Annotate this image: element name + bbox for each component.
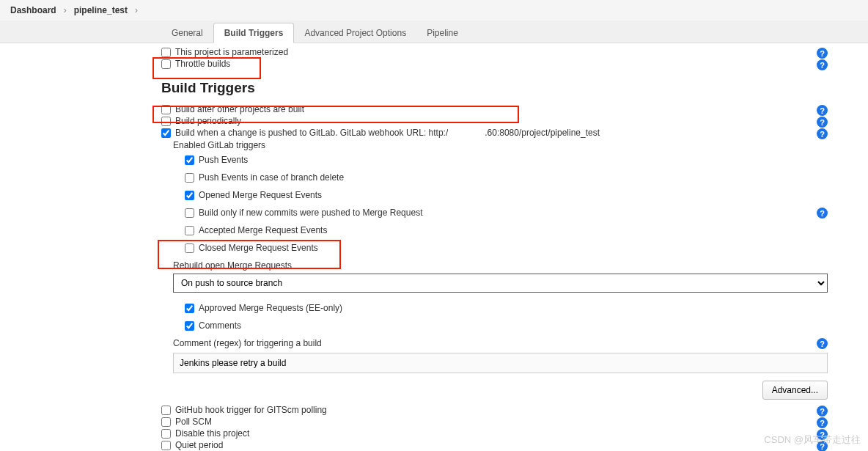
tab-pipeline[interactable]: Pipeline [416, 23, 468, 43]
breadcrumb-project[interactable]: pipeline_test [74, 5, 128, 15]
tab-build-triggers[interactable]: Build Triggers [213, 23, 295, 43]
build-after-other-checkbox[interactable] [161, 105, 171, 114]
breadcrumb: Dashboard › pipeline_test › [0, 0, 868, 21]
accepted-mr-label: Accepted Merge Request Events [199, 225, 327, 235]
comment-regex-input[interactable] [173, 353, 828, 373]
breadcrumb-dashboard[interactable]: Dashboard [10, 5, 56, 15]
quiet-period-checkbox[interactable] [161, 441, 171, 450]
help-icon[interactable]: ? [817, 48, 828, 59]
push-branch-delete-label: Push Events in case of branch delete [199, 172, 344, 183]
poll-scm-label: Poll SCM [175, 417, 212, 427]
github-hook-label: GitHub hook trigger for GITScm polling [175, 405, 327, 415]
section-build-triggers: Build Triggers [161, 80, 828, 96]
build-periodically-label: Build periodically [175, 116, 241, 126]
help-icon[interactable]: ? [817, 417, 828, 428]
closed-mr-checkbox[interactable] [185, 243, 194, 253]
watermark: CSDN @风车带走过往 [764, 433, 861, 447]
build-periodically-checkbox[interactable] [161, 117, 171, 126]
push-branch-delete-checkbox[interactable] [185, 173, 194, 183]
rebuild-open-mr-select[interactable]: On push to source branch [173, 274, 828, 293]
parameterized-label: This project is parameterized [175, 47, 288, 57]
help-icon[interactable]: ? [817, 208, 828, 219]
opened-mr-checkbox[interactable] [185, 191, 194, 200]
help-icon[interactable]: ? [817, 105, 828, 116]
poll-scm-checkbox[interactable] [161, 417, 171, 427]
enabled-gitlab-triggers-label: Enabled GitLab triggers [173, 140, 828, 150]
closed-mr-label: Closed Merge Request Events [199, 243, 318, 253]
help-icon[interactable]: ? [817, 59, 828, 70]
throttle-label: Throttle builds [175, 59, 230, 69]
redacted-host [448, 129, 485, 138]
chevron-right-icon: › [64, 5, 67, 15]
build-after-other-label: Build after other projects are built [175, 104, 304, 114]
help-icon[interactable]: ? [817, 338, 828, 349]
chevron-right-icon: › [135, 5, 138, 15]
push-events-checkbox[interactable] [185, 155, 194, 165]
github-hook-checkbox[interactable] [161, 406, 171, 415]
build-only-new-commits-checkbox[interactable] [185, 208, 194, 218]
help-icon[interactable]: ? [817, 128, 828, 139]
approved-mr-label: Approved Merge Requests (EE-only) [199, 303, 342, 313]
help-icon[interactable]: ? [817, 406, 828, 417]
build-only-new-commits-label: Build only if new commits were pushed to… [199, 208, 422, 218]
comments-label: Comments [199, 320, 241, 331]
approved-mr-checkbox[interactable] [185, 304, 194, 313]
accepted-mr-checkbox[interactable] [185, 226, 194, 235]
rebuild-open-mr-label: Rebuild open Merge Requests [173, 260, 828, 271]
quiet-period-label: Quiet period [175, 440, 223, 450]
opened-mr-label: Opened Merge Request Events [199, 190, 322, 200]
throttle-checkbox[interactable] [161, 59, 171, 69]
tab-general[interactable]: General [161, 23, 213, 43]
comment-regex-label: Comment (regex) for triggering a build [173, 338, 322, 348]
parameterized-checkbox[interactable] [161, 48, 171, 57]
tab-advanced-project-options[interactable]: Advanced Project Options [294, 23, 416, 43]
disable-project-checkbox[interactable] [161, 429, 171, 439]
comments-checkbox[interactable] [185, 321, 194, 331]
gitlab-push-checkbox[interactable] [161, 128, 171, 138]
advanced-button[interactable]: Advanced... [762, 381, 828, 400]
help-icon[interactable]: ? [817, 117, 828, 128]
push-events-label: Push Events [199, 155, 248, 165]
config-tabs: General Build Triggers Advanced Project … [0, 21, 868, 43]
gitlab-push-label: Build when a change is pushed to GitLab.… [175, 128, 600, 138]
disable-project-label: Disable this project [175, 428, 249, 439]
